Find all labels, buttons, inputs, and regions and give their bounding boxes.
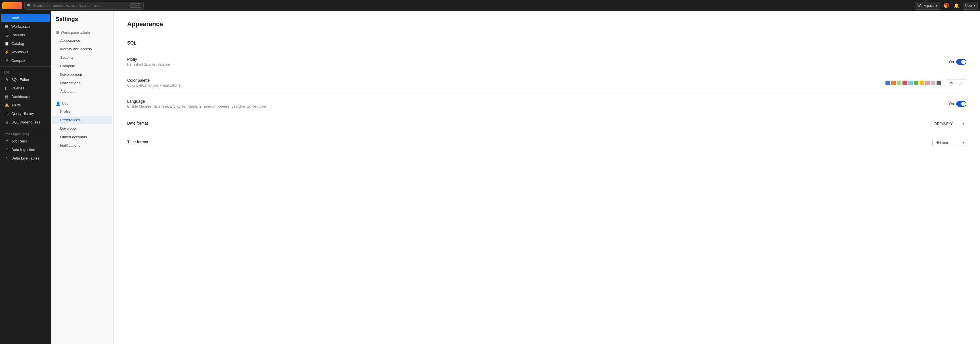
language-toggle-wrapper: On [949,101,966,107]
settings-nav: Settings ⊞ Workspace admin Appearance Id… [51,11,113,344]
time-format-select-wrapper: HH:mm hh:mm a HH:mm:ss [932,139,966,146]
delta-live-tables-icon: ∿ [5,156,9,160]
settings-nav-advanced[interactable]: Advanced [52,88,112,96]
manage-palette-button[interactable]: Manage [946,79,966,86]
color-swatch-2 [891,81,896,85]
sidebar-item-job-runs[interactable]: ≡ Job Runs [1,137,50,145]
language-label: Language [127,99,949,104]
sidebar-item-delta-live-tables[interactable]: ∿ Delta Live Tables [1,154,50,162]
settings-nav-notifications-user[interactable]: Notifications [52,141,112,150]
settings-nav-profile[interactable]: Profile [52,107,112,116]
color-swatch-9 [931,81,935,85]
compute-icon: ⊞ [5,58,9,63]
sidebar-item-workflows[interactable]: ⚡ Workflows [1,48,50,56]
chevron-down-icon: ▾ [936,4,937,8]
color-swatch-6 [914,81,918,85]
sidebar-item-new[interactable]: ＋ New [1,14,50,22]
sidebar-item-dashboards[interactable]: ▦ Dashboards [1,92,50,100]
gift-icon[interactable]: 🎁 [942,2,950,10]
color-swatch-10 [937,81,941,85]
sidebar-item-alerts[interactable]: 🔔 Alerts [1,101,50,109]
settings-nav-preferences[interactable]: Preferences [52,116,112,124]
search-input[interactable] [33,4,129,8]
date-format-row: Date format DD/MM/YY MM/DD/YY YY/MM/DD D… [127,115,966,133]
settings-title: Settings [51,16,113,27]
plotly-row: Plotly Refreshed data visualization On [127,51,966,72]
color-swatch-5 [908,81,913,85]
color-swatch-4 [902,81,907,85]
dashboards-icon: ▦ [5,94,9,99]
bell-icon[interactable]: 🔔 [953,2,961,10]
chevron-down-icon: ▾ [974,4,975,8]
sidebar-item-workspace[interactable]: ☰ Workspace [1,22,50,30]
settings-page-title: Appearance [127,21,966,28]
date-format-select[interactable]: DD/MM/YY MM/DD/YY YY/MM/DD DD-MM-YYYY MM… [931,120,966,127]
logo [2,2,22,9]
color-swatch-3 [897,81,901,85]
plotly-label: Plotly [127,57,949,62]
sidebar-item-sql-warehouses[interactable]: ⊟ SQL Warehouses [1,118,50,126]
sql-editor-icon: ✎ [5,77,9,82]
settings-nav-linked-accounts[interactable]: Linked accounts [52,133,112,141]
settings-nav-identity-access[interactable]: Identity and access [52,45,112,53]
topbar: 🔍 ⌘ + P Workspace ▾ 🎁 🔔 User ▾ [0,0,980,11]
search-bar[interactable]: 🔍 ⌘ + P [24,2,144,10]
settings-nav-notifications-ws[interactable]: Notifications [52,79,112,87]
workspace-admin-icon: ⊞ [56,30,59,35]
user-dropdown[interactable]: User ▾ [963,2,978,10]
sidebar-item-catalog[interactable]: 📋 Catalog [1,40,50,48]
plotly-toggle[interactable] [956,59,966,65]
language-row-right: On [949,101,966,107]
language-toggle[interactable] [956,101,966,107]
color-swatch-7 [920,81,924,85]
plotly-row-left: Plotly Refreshed data visualization [127,57,949,67]
sidebar-item-data-ingestion[interactable]: ⊞ Data Ingestion [1,146,50,154]
sql-section-title: SQL [127,41,966,46]
time-format-label: Time format [127,140,932,144]
search-shortcut: ⌘ + P [130,3,141,8]
workspace-admin-section: ⊞ Workspace admin [51,29,113,36]
sidebar-item-recents[interactable]: ◷ Recents [1,31,50,39]
plotly-desc: Refreshed data visualization [127,62,949,67]
settings-nav-appearance[interactable]: Appearance [52,36,112,45]
sidebar-item-compute[interactable]: ⊞ Compute [1,56,50,64]
sidebar-divider-2 [0,128,51,128]
sidebar-item-query-history[interactable]: ◷ Query History [1,110,50,118]
language-row-left: Language Enable Chinese, Japanese, and K… [127,99,949,108]
sidebar-item-queries[interactable]: ◫ Queries [1,84,50,92]
settings-content: Appearance SQL Plotly Refreshed data vis… [113,11,980,344]
date-format-row-right: DD/MM/YY MM/DD/YY YY/MM/DD DD-MM-YYYY MM… [931,120,966,127]
settings-nav-compute[interactable]: Compute [52,62,112,70]
queries-icon: ◫ [5,86,9,90]
user-section: 👤 User [51,100,113,107]
color-palette-desc: Color palette for your visualizations [127,83,886,88]
sidebar-item-sql-editor[interactable]: ✎ SQL Editor [1,75,50,83]
plotly-row-right: On [949,59,966,65]
date-format-row-left: Date format [127,121,931,126]
date-format-label: Date format [127,121,931,126]
settings-nav-developer[interactable]: Developer [52,124,112,132]
language-desc: Enable Chinese, Japanese, and Korean cha… [127,104,949,108]
workspace-icon: ☰ [5,24,9,29]
color-palette-row-left: Color palette Color palette for your vis… [127,78,886,88]
plotly-toggle-wrapper: On [949,59,966,65]
settings-layout: Settings ⊞ Workspace admin Appearance Id… [51,11,980,344]
settings-top-divider [127,35,966,35]
settings-nav-security[interactable]: Security [52,53,112,62]
color-swatch-1 [886,81,890,85]
plus-icon: ＋ [5,16,9,20]
data-ingestion-icon: ⊞ [5,147,9,152]
time-format-select[interactable]: HH:mm hh:mm a HH:mm:ss [932,139,966,146]
color-palette-swatches [886,81,941,85]
main-layout: ＋ New ☰ Workspace ◷ Recents 📋 Catalog ⚡ … [0,11,980,344]
plotly-toggle-label: On [949,60,954,64]
time-format-row-left: Time format [127,140,932,145]
data-engineering-label: Data Engineering [0,130,51,137]
catalog-icon: 📋 [5,41,9,46]
topbar-right: Workspace ▾ 🎁 🔔 User ▾ [915,2,978,10]
alerts-icon: 🔔 [5,103,9,107]
workspace-dropdown[interactable]: Workspace ▾ [915,2,940,10]
workflows-icon: ⚡ [5,50,9,54]
language-toggle-label: On [949,102,954,106]
settings-nav-development[interactable]: Development [52,70,112,79]
